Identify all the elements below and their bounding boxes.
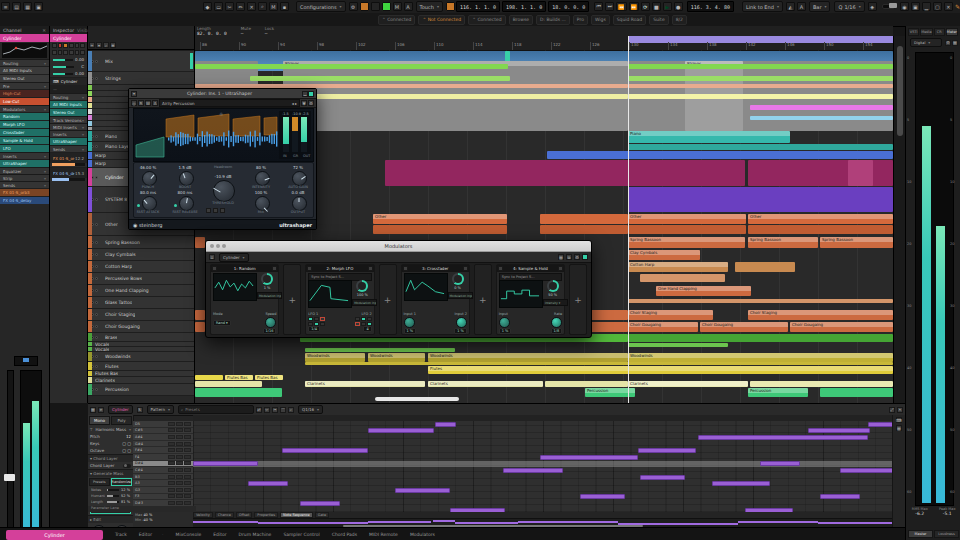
solo-editor-icon[interactable]: S — [137, 407, 143, 413]
meter-mode-icon[interactable]: ▦ — [952, 40, 958, 46]
channel-row-stereo-out[interactable]: Stereo Out — [0, 74, 49, 82]
link-to-end-dropdown[interactable]: Link to End▾ — [742, 1, 783, 12]
zone-tab-drum-machine[interactable]: Drum Machine — [239, 532, 272, 537]
track-row-one-hand-clapping[interactable]: One Hand Clapping — [88, 285, 195, 297]
track-row-glass-tattoo[interactable]: Glass Tattoo — [88, 297, 195, 309]
modulator-1[interactable]: 1: Random1 %Modulation Input ▾ModeSpeedR… — [210, 264, 279, 335]
depth-knob[interactable] — [356, 280, 368, 292]
step-icon[interactable]: ✏ — [264, 407, 270, 413]
track-ms-dots[interactable] — [91, 77, 98, 80]
expand-icon[interactable]: ⤢ — [889, 407, 895, 413]
tool-icon-1[interactable]: ▭ — [214, 2, 223, 11]
clip-choir-staging[interactable]: Choir Staging — [748, 310, 893, 320]
clip-spring-bassoon[interactable]: Spring Bassoon — [628, 237, 745, 248]
clip-spring-bassoon[interactable]: Spring Bassoon — [820, 237, 893, 248]
threshold-knob[interactable] — [213, 180, 235, 202]
fast-release-knob-led[interactable] — [174, 204, 177, 207]
channel-row-morph-lfo[interactable]: Morph LFO — [0, 120, 49, 128]
search-input[interactable] — [183, 406, 242, 413]
ab-icon[interactable]: A — [152, 100, 158, 106]
bottom-tab-master[interactable]: Master — [908, 530, 933, 538]
time-display[interactable]: 116. 3. 4. 80 — [687, 1, 734, 12]
clip[interactable] — [628, 84, 893, 88]
m-button[interactable]: M — [393, 2, 402, 11]
track-row-spring-bassoon[interactable]: Spring Bassoon — [88, 236, 195, 249]
meter-scale-dropdown[interactable]: Digital▾ — [910, 38, 942, 47]
tab-poly[interactable]: Poly — [111, 416, 132, 425]
note-row-cs4[interactable]: C#4 — [133, 467, 193, 474]
zone-tab-sampler-control[interactable]: Sampler Control — [283, 532, 319, 537]
output-knob[interactable] — [292, 196, 307, 211]
clip-clarinets[interactable]: Clarinets — [428, 381, 543, 387]
tool-icon-4[interactable]: ✕ — [247, 2, 256, 11]
modulation-input-dropdown[interactable]: Modulation Input ▾ — [352, 299, 377, 306]
section-header-inserts[interactable]: Inserts▾ — [0, 152, 49, 159]
more-button[interactable] — [80, 50, 85, 55]
menu-icon-1[interactable]: ▤ — [12, 2, 21, 11]
note-row-gs4[interactable]: G#4 — [133, 441, 193, 448]
track-row-woodwinds[interactable]: Woodwinds — [88, 352, 195, 362]
note-row-as4[interactable]: A#4 — [133, 434, 193, 441]
send-slot-0[interactable]: FX 01-S_orb3-12.2 — [50, 152, 87, 163]
section-header-sends[interactable]: Sends▾ — [0, 181, 49, 188]
editor-track-pill[interactable]: Cylinder — [108, 405, 133, 414]
inspector-row-ultrashaper[interactable]: UltraShaper — [50, 137, 87, 145]
screen-icon[interactable]: ▣ — [911, 2, 920, 11]
tool-icon-3[interactable]: ✏ — [236, 2, 245, 11]
clip[interactable] — [628, 76, 893, 81]
track-ms-dots[interactable] — [91, 176, 98, 179]
workspace-pill-6[interactable]: Wigs — [591, 15, 610, 25]
menu-icon-0[interactable]: ≡ — [1, 2, 10, 11]
grid-type-dropdown[interactable]: Bar▾ — [809, 1, 831, 12]
clip-choir-gougaing[interactable]: Choir Gougaing — [790, 322, 893, 332]
midi-note[interactable] — [840, 468, 893, 473]
clip[interactable] — [545, 381, 628, 387]
clip[interactable] — [195, 388, 282, 397]
clip[interactable] — [373, 225, 507, 234]
grid-icon[interactable]: ▦ — [896, 425, 902, 431]
zoom-slider[interactable] — [882, 4, 895, 9]
magnet-icon[interactable]: ◈ — [868, 2, 877, 11]
modulator-header[interactable]: 3: Crossfader — [402, 265, 469, 272]
track-ms-dots[interactable] — [91, 145, 98, 148]
sidechain-row[interactable] — [206, 208, 225, 213]
midi-note[interactable] — [395, 488, 450, 493]
workspace-pill-4[interactable]: D: Builds ... — [536, 15, 570, 25]
clip[interactable] — [750, 105, 893, 110]
record-button[interactable] — [58, 43, 63, 48]
track-row-percussion[interactable]: Percussion — [88, 384, 195, 396]
zone-tab-midi-remote[interactable]: MIDI Remote — [369, 532, 398, 537]
modulator-header[interactable]: 4: Sample & Hold — [497, 265, 564, 272]
listen-button[interactable] — [69, 50, 74, 55]
controller-lane[interactable]: VelocityChanceOffsetPropertiesNote Seque… — [193, 512, 893, 527]
pencil-icon[interactable]: ✎ — [955, 3, 960, 10]
clip[interactable] — [628, 334, 893, 342]
modulation-input-dropdown[interactable]: Modulation Input ▾ — [448, 292, 473, 299]
modulation-input-dropdown[interactable]: Intensity ▾ — [543, 299, 568, 306]
section-header-modulators[interactable]: Modulators▾ — [0, 105, 49, 112]
add-track-icon[interactable]: + — [89, 42, 95, 48]
tab-inspector[interactable]: Inspector — [53, 28, 74, 33]
clip-flutes-bas[interactable]: Flutes Bas — [255, 375, 283, 380]
metronome-icon[interactable]: ◭ — [786, 2, 795, 11]
copy-icon[interactable]: ⧉ — [566, 254, 572, 260]
workspace-pill-0[interactable]: ⌃ Connected — [378, 15, 415, 25]
clip[interactable] — [848, 160, 873, 186]
editor-knob-density[interactable]: Density — [115, 525, 129, 527]
clip-other[interactable]: Other — [373, 214, 507, 224]
trim-icon[interactable]: ✂ — [272, 407, 278, 413]
chord-layer-header[interactable]: ▾ Chord Layer — [88, 454, 133, 462]
inspector-section-sends[interactable]: Sends▾ — [50, 145, 87, 152]
lock-button[interactable] — [80, 43, 85, 48]
clip[interactable] — [195, 237, 205, 248]
workspace-pill-7[interactable]: Squid Road — [613, 15, 646, 25]
track-row-clarinets[interactable]: Clarinets — [88, 377, 195, 384]
pan-control[interactable] — [14, 356, 38, 366]
clip[interactable] — [547, 151, 893, 159]
transport-goto-start[interactable]: ⏮ — [594, 2, 603, 11]
clip-percussion[interactable]: Percussion — [748, 388, 808, 397]
zoom-icon[interactable]: ⌕ — [288, 407, 294, 413]
chord-layer-toggle[interactable]: Chord Layer — [88, 462, 133, 469]
quantize-dropdown[interactable]: Q 1/16▾ — [834, 1, 864, 12]
menu-icon-2[interactable]: ▦ — [23, 2, 32, 11]
